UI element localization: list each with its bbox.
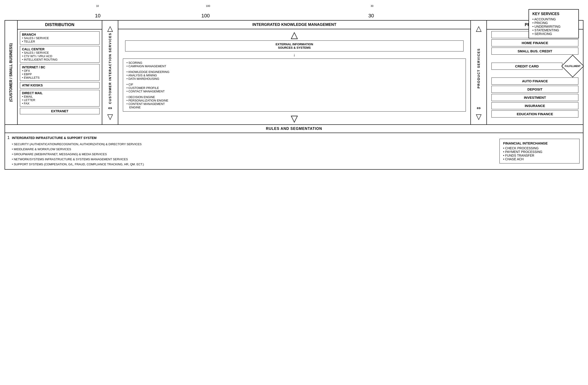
fulfillment-area: FULFILLMENT [562, 56, 583, 76]
key-service-5: • SERVICING [532, 32, 575, 36]
branch-item1: • SALES / SERVICE [22, 36, 98, 40]
ikm-header: INTERGRATED KNOWLEDGE MANAGEMENT [118, 20, 470, 29]
fulfillment-label: FULFILLMENT [565, 65, 581, 67]
directmail-item1: • EMAIL [22, 95, 98, 98]
dist-box-branch: BRANCH • SALES / SERVICE • TELLER [20, 31, 100, 45]
ikm-top-up-arrow: △ [118, 30, 470, 39]
ps-label: PRODUCT SERVICES [477, 33, 481, 104]
financial-interchange-box: FINANCIAL INTERCHANGE • CHECK PROCESSING… [500, 139, 580, 163]
directmail-item3: • FAX [22, 102, 98, 105]
ikm-item-custprofile: • CUSTOMER PROFILE [126, 86, 462, 90]
ikm-item-personalization: • PERSONALIZATION ENGINE [126, 99, 462, 102]
financial-item-3: • FUNDS TRANSFER [503, 154, 576, 157]
product-box-investment: INVESTMENT [491, 94, 578, 101]
ikm-section-4: • DECISION ENGINE • PERSONALIZATION ENGI… [126, 95, 462, 109]
directmail-item2: • LETTER [22, 98, 98, 102]
dist-box-directmail: DIRECT MAIL • EMAIL • LETTER • FAX [20, 90, 100, 107]
ikm-item-contact: • CONTACT MANAGEMENT [126, 90, 462, 93]
cis-column: △ CUSTOMER INTERACTION SERVICES ⇔ ▽ [102, 20, 118, 124]
cis-bidir-arrows: ⇔ [108, 105, 112, 111]
product-box-insurance: INSURANCE [491, 102, 578, 109]
product-box-smallbuscredit: SMALL BUS. CREDIT [491, 48, 578, 55]
ikm-bottom-down-arrow: ▽ [118, 114, 470, 123]
ikm-ext-box: EXTERNAL INFORMATIONSOURCES & SYSTEMS [125, 40, 463, 51]
main-columns-row: (CUSTOMER / SMALL BUSINESS) DISTRIBUTION… [5, 20, 583, 125]
infra-item-3: • GROUPWARE (WEB/INTRANET, MESSAGING) & … [12, 152, 494, 157]
product-box-autofinance: AUTO FINANCE [491, 77, 578, 85]
directmail-title: DIRECT MAIL [22, 91, 98, 95]
ps-column: △ PRODUCT SERVICES ⇔ ▽ [471, 20, 487, 124]
callcenter-item2: • CTI/ WTI / VRU/ ACD [22, 54, 98, 58]
ikm-item-content: • CONTENT MANAGEMENT [126, 102, 462, 106]
ref-number-10: 10 [96, 5, 99, 7]
branch-item2: • TELLER [22, 40, 98, 43]
dist-box-callcenter: CALL CENTER • SALES / SERVICE • CTI/ WTI… [20, 46, 100, 63]
dist-box-extranet: EXTRANET [20, 108, 100, 114]
internet-item1: • OFX [22, 69, 98, 73]
extranet-title: EXTRANET [22, 109, 98, 113]
ikm-item-cif: • CIF [126, 83, 462, 86]
distribution-header: DISTRIBUTION [18, 20, 102, 30]
callcenter-title: CALL CENTER [22, 47, 98, 51]
key-services-title: KEY SERVICES [532, 12, 575, 16]
product-box-educationfinance: EDUCATION FINANCE [491, 110, 578, 117]
fulfillment-creditcard-row: CREDIT CARD FULFILLMENT [487, 56, 583, 76]
infrastructure-text: INTERGRATED INFRASTUCTURE & SUPPORT SYST… [11, 133, 496, 169]
product-box-homefinance: HOME FINANCE [491, 39, 578, 46]
ref-number-100: 100 [206, 5, 210, 7]
distribution-column: DISTRIBUTION BRANCH • SALES / SERVICE • … [18, 20, 102, 124]
atm-title: ATM/ KIOSKS [22, 83, 98, 87]
product-box-creditcard: CREDIT CARD [491, 63, 562, 70]
ref-30: 30 [368, 13, 374, 19]
ikm-ext-down-arrow: ↓ [118, 53, 470, 58]
ref-number-30: 30 [371, 5, 373, 7]
ikm-main-box: • SCORING • CAMPAIGN MANAGEMENT • KNOWLE… [123, 58, 466, 112]
financial-title: FINANCIAL INTERCHANGE [503, 141, 576, 145]
infra-title: INTERGRATED INFRASTUCTURE & SUPPORT SYST… [12, 135, 494, 141]
financial-item-2: • PAYMENT PROCESSING [503, 150, 576, 154]
infra-item-4: • NETWORK/SYSTEMS INFRASTRUCTURE & SYSTE… [12, 157, 494, 162]
ps-down-arrow: ▽ [476, 112, 482, 121]
infra-label-1: 1 [5, 133, 11, 169]
key-service-4: • STATEMENTING [532, 28, 575, 32]
cis-down-arrow: ▽ [107, 112, 113, 121]
callcenter-item1: • SALES / SERVICE [22, 51, 98, 54]
customer-small-business-label: (CUSTOMER / SMALL BUSINESS) [5, 20, 18, 124]
internet-item2: • EBPP [22, 73, 98, 76]
financial-item-1: • CHECK PROCESSING [503, 146, 576, 150]
ikm-section-3: • CIF • CUSTOMER PROFILE • CONTACT MANAG… [126, 83, 462, 93]
ref-100: 100 [201, 13, 210, 19]
ikm-item-data: • DATA WAREHOUSING [126, 77, 462, 80]
ps-up-arrow: △ [476, 24, 482, 33]
infra-item-2: • MIDDLEWARE & WORKFLOW SERVICES [12, 147, 494, 152]
infra-item-1: • SECURITY (AUTHENTICATION/RECOGNITION, … [12, 142, 494, 147]
rules-segmentation-bar: RULES AND SEGMENTATION [5, 125, 583, 133]
key-services-box: KEY SERVICES • ACCOUNTING • PRICING • UN… [528, 9, 579, 38]
ikm-section-2: • KNOWLEDGE ENGINEERING • ANALYSIS & MIN… [126, 70, 462, 80]
callcenter-item3: • INTELLIGENT ROUTING [22, 58, 98, 61]
infrastructure-row: 1 INTERGRATED INFRASTUCTURE & SUPPORT SY… [5, 133, 583, 169]
ref-10: 10 [95, 13, 101, 19]
main-diagram: (CUSTOMER / SMALL BUSINESS) DISTRIBUTION… [5, 20, 583, 170]
ikm-item-analysis: • ANALYSIS & MINING [126, 74, 462, 77]
ikm-item-engine: ENGINE [126, 106, 462, 109]
internet-title: INTERNET / BC [22, 65, 98, 69]
key-service-3: • UNDERWIRITING [532, 25, 575, 28]
infra-item-5: • SUPPORT SYSTEMS (COMPESATION, G/L, FRA… [12, 162, 494, 167]
ikm-column: INTERGRATED KNOWLEDGE MANAGEMENT △ EXTER… [118, 20, 471, 124]
dist-box-atm: ATM/ KIOSKS [20, 82, 100, 89]
key-service-2: • PRICING [532, 21, 575, 25]
dist-box-internet: INTERNET / BC • OFX • EBPP • EWALLETS [20, 64, 100, 81]
financial-item-4: • CHASE ACH [503, 157, 576, 161]
ikm-item-campaign: • CAMPAIGN MANAGEMENT [126, 64, 462, 68]
product-box-deposit: DEPOSIT [491, 86, 578, 93]
ps-bidir-arrows: ⇔ [477, 105, 481, 111]
branch-title: BRANCH [22, 33, 98, 36]
key-service-1: • ACCOUNTING [532, 17, 575, 21]
ikm-item-decision: • DECISION ENGINE [126, 95, 462, 99]
ikm-item-knowledge: • KNOWLEDGE ENGINEERING [126, 70, 462, 74]
cis-up-arrow: △ [107, 24, 113, 33]
diagram-container: 10 100 30 10 100 30 KEY SERVICES • ACCOU… [5, 5, 583, 380]
internet-item3: • EWALLETS [22, 76, 98, 79]
cis-label: CUSTOMER INTERACTION SERVICES [108, 33, 112, 104]
